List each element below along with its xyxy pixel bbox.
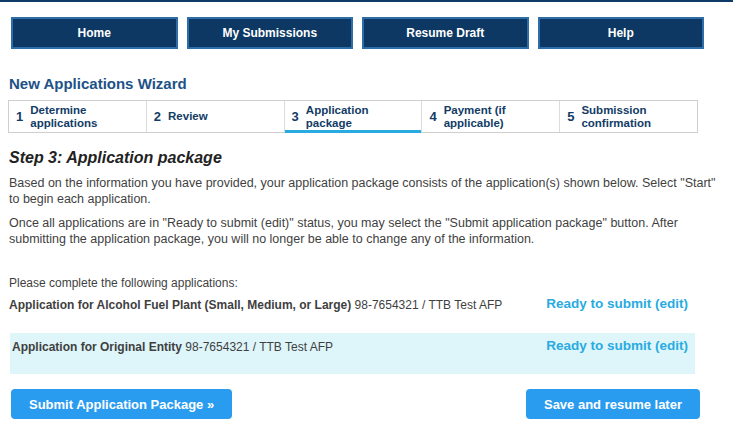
- submit-application-package-button[interactable]: Submit Application Package »: [11, 389, 232, 419]
- ready-to-submit-edit-link[interactable]: Ready to submit (edit): [546, 296, 688, 311]
- application-title: Application for Original Entity: [12, 340, 182, 354]
- nav-help-button[interactable]: Help: [538, 17, 705, 49]
- nav-home-button[interactable]: Home: [11, 17, 178, 49]
- step-label: Payment (if applicable): [444, 104, 534, 130]
- step-number: 4: [429, 109, 436, 124]
- application-name: Application for Original Entity 98-76543…: [12, 338, 333, 354]
- step-number: 5: [567, 109, 574, 124]
- nav-my-submissions-button[interactable]: My Submissions: [187, 17, 354, 49]
- step-label: Application package: [306, 104, 396, 130]
- step-number: 3: [292, 109, 299, 124]
- top-divider: [0, 0, 733, 2]
- step-number: 2: [154, 109, 161, 124]
- ready-to-submit-edit-link[interactable]: Ready to submit (edit): [546, 338, 688, 353]
- application-name: Application for Alcohol Fuel Plant (Smal…: [9, 296, 502, 312]
- application-details: 98-7654321 / TTB Test AFP: [351, 298, 502, 312]
- step-label: Determine applications: [30, 104, 120, 130]
- applications-intro: Please complete the following applicatio…: [9, 276, 733, 290]
- step-heading: Step 3: Application package: [9, 149, 733, 167]
- page-title: New Applications Wizard: [9, 75, 733, 92]
- wizard-step-determine-applications[interactable]: 1 Determine applications: [9, 101, 146, 132]
- top-navigation: Home My Submissions Resume Draft Help: [11, 17, 704, 49]
- wizard-step-submission-confirmation[interactable]: 5 Submission confirmation: [559, 101, 697, 132]
- wizard-step-application-package[interactable]: 3 Application package: [284, 101, 422, 132]
- step-number: 1: [16, 109, 23, 124]
- instructions-paragraph-1: Based on the information you have provid…: [9, 176, 727, 207]
- application-row-original-entity: Application for Original Entity 98-76543…: [10, 333, 695, 374]
- wizard-step-bar: 1 Determine applications 2 Review 3 Appl…: [8, 100, 698, 133]
- application-title: Application for Alcohol Fuel Plant (Smal…: [9, 298, 351, 312]
- application-row-alcohol-fuel-plant: Application for Alcohol Fuel Plant (Smal…: [9, 296, 688, 312]
- step-label: Submission confirmation: [581, 104, 671, 130]
- wizard-step-review[interactable]: 2 Review: [146, 101, 284, 132]
- nav-resume-draft-button[interactable]: Resume Draft: [362, 17, 529, 49]
- save-and-resume-later-button[interactable]: Save and resume later: [526, 389, 700, 419]
- application-details: 98-7654321 / TTB Test AFP: [182, 340, 333, 354]
- bottom-actions: Submit Application Package » Save and re…: [11, 389, 700, 419]
- wizard-step-payment[interactable]: 4 Payment (if applicable): [421, 101, 559, 132]
- instructions-paragraph-2: Once all applications are in "Ready to s…: [9, 216, 727, 247]
- step-label: Review: [168, 110, 208, 123]
